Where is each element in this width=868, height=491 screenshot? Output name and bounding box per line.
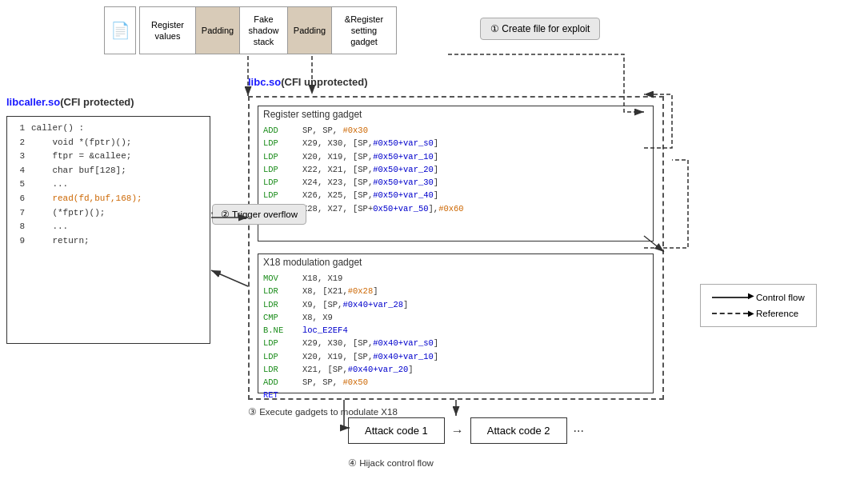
- code-line-3: 3 ftpr = &callee;: [14, 150, 203, 164]
- libcaller-code: 1caller() : 2 void *(fptr)(); 3 ftpr = &…: [7, 117, 210, 253]
- execute-gadgets-label: ③ Execute gadgets to modulate X18: [248, 406, 398, 417]
- x18-asm: MOVX18, X19 LDRX8, [X21,#0x28] LDRX9, [S…: [258, 270, 653, 404]
- libcaller-title: libcaller.so(CFI protected): [6, 96, 134, 108]
- asm-ldr1: LDRX8, [X21,#0x28]: [263, 285, 648, 297]
- asm-ret2: RET: [263, 389, 648, 401]
- hijack-label: ④ Hijack control flow: [348, 457, 434, 469]
- libc-box: Register setting gadget ADDSP, SP, #0x30…: [248, 96, 664, 400]
- asm-add: ADDSP, SP, #0x30: [263, 124, 648, 137]
- asm-ldp6: LDPX28, X27, [SP+0x50+var_50],#0x60: [263, 202, 648, 215]
- legend-control-flow-text: Control flow: [756, 293, 805, 302]
- asm-cmp: CMPX8, X9: [263, 311, 648, 324]
- rsg-asm: ADDSP, SP, #0x30 LDPX29, X30, [SP,#0x50+…: [258, 122, 653, 230]
- asm-ldr3: LDRX21, [SP,#0x40+var_20]: [263, 363, 648, 376]
- trigger-overflow-text: ② Trigger overflow: [221, 210, 298, 219]
- file-block-padding1: Padding: [196, 7, 240, 54]
- asm-add2: ADDSP, SP, #0x50: [263, 376, 648, 389]
- code-line-2: 2 void *(fptr)();: [14, 136, 203, 150]
- attack-code-1-label: Attack code 1: [365, 425, 428, 437]
- code-line-9: 9 return;: [14, 234, 203, 249]
- file-block-register-gadget: &Registersettinggadget: [332, 7, 396, 54]
- register-setting-gadget-box: Register setting gadget ADDSP, SP, #0x30…: [258, 106, 654, 242]
- file-icon: 📄: [104, 6, 136, 54]
- code-line-7: 7 (*fptr)();: [14, 206, 203, 221]
- asm-ret1: RET: [263, 215, 648, 228]
- asm-ldr2: LDRX9, [SP,#0x40+var_28]: [263, 298, 648, 311]
- code-line-4: 4 char buf[128];: [14, 164, 203, 178]
- file-block-reg-values: Registervalues: [140, 7, 196, 54]
- libc-name: libc.so: [248, 76, 281, 88]
- file-block-fake-shadow: Fakeshadowstack: [240, 7, 288, 54]
- diagram-container: 📄 Registervalues Padding Fakeshadowstack…: [0, 0, 868, 491]
- ellipsis: ···: [574, 424, 584, 438]
- libc-title: libc.so(CFI unprotected): [248, 76, 368, 88]
- asm-ldp7: LDPX29, X30, [SP,#0x40+var_s0]: [263, 337, 648, 349]
- asm-bne: B.NEloc_E2EF4: [263, 324, 648, 337]
- code-line-6: 6 read(fd,buf,168);: [14, 192, 203, 206]
- code-line-8: 8 ...: [14, 220, 203, 234]
- asm-ldp4: LDPX24, X23, [SP,#0x50+var_30]: [263, 176, 648, 189]
- asm-ldp2: LDPX20, X19, [SP,#0x50+var_10]: [263, 150, 648, 163]
- legend-dashed-line: [712, 313, 748, 314]
- legend-reference: Reference: [712, 309, 805, 318]
- asm-ldp3: LDPX22, X21, [SP,#0x50+var_20]: [263, 163, 648, 176]
- file-block-padding2: Padding: [288, 7, 332, 54]
- asm-ldp1: LDPX29, X30, [SP,#0x50+var_s0]: [263, 137, 648, 150]
- create-file-text: ① Create file for exploit: [490, 23, 590, 34]
- attack-boxes-area: Attack code 1 → Attack code 2 ···: [348, 417, 584, 444]
- legend-box: Control flow Reference: [700, 284, 817, 327]
- asm-ldp5: LDPX26, X25, [SP,#0x50+var_40]: [263, 189, 648, 202]
- asm-mov: MOVX18, X19: [263, 272, 648, 285]
- svg-line-5: [211, 270, 248, 286]
- asm-ldp8: LDPX20, X19, [SP,#0x40+var_10]: [263, 350, 648, 363]
- create-file-label: ① Create file for exploit: [480, 18, 600, 40]
- code-line-1: 1caller() :: [14, 122, 203, 136]
- rsg-title: Register setting gadget: [258, 106, 653, 122]
- attack-code-2-label: Attack code 2: [487, 425, 550, 437]
- libc-rest: (CFI unprotected): [281, 76, 367, 88]
- legend-reference-text: Reference: [756, 309, 798, 318]
- legend-solid-line: [712, 297, 748, 298]
- legend-control-flow: Control flow: [712, 293, 805, 302]
- arrow-between-attacks: →: [451, 424, 464, 438]
- libcaller-rest: (CFI protected): [60, 96, 134, 108]
- x18-title: X18 modulation gadget: [258, 254, 653, 270]
- libcaller-box: 1caller() : 2 void *(fptr)(); 3 ftpr = &…: [6, 116, 210, 344]
- libcaller-name: libcaller.so: [6, 96, 60, 108]
- attack-code-2-box: Attack code 2: [470, 417, 567, 444]
- x18-gadget-box: X18 modulation gadget MOVX18, X19 LDRX8,…: [258, 253, 654, 393]
- file-blocks: Registervalues Padding Fakeshadowstack P…: [139, 6, 397, 54]
- file-area: 📄 Registervalues Padding Fakeshadowstack…: [104, 6, 397, 54]
- attack-code-1-box: Attack code 1: [348, 417, 445, 444]
- code-line-5: 5 ...: [14, 178, 203, 192]
- trigger-overflow-label: ② Trigger overflow: [212, 204, 306, 225]
- execute-gadgets-text: ③ Execute gadgets to modulate X18: [248, 407, 398, 417]
- hijack-text: ④ Hijack control flow: [348, 458, 434, 468]
